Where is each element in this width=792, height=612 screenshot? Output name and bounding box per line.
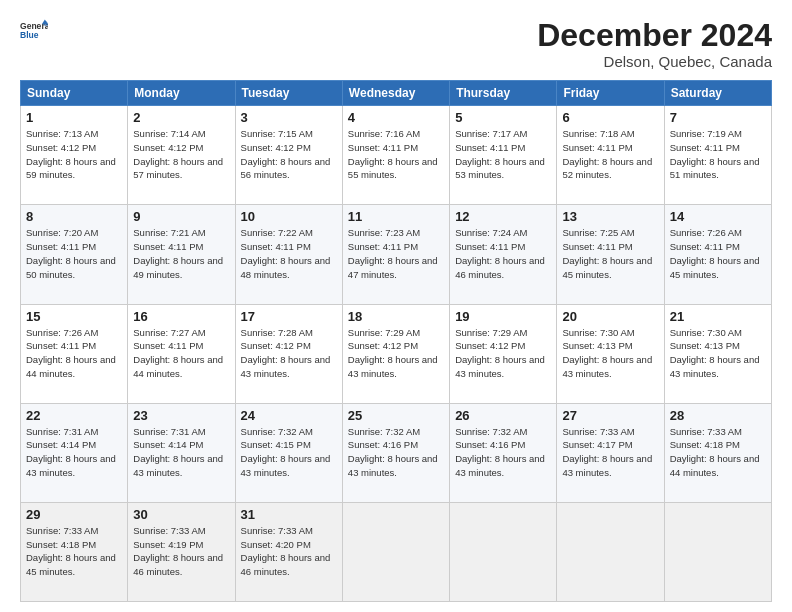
calendar-week-5: 29 Sunrise: 7:33 AM Sunset: 4:18 PM Dayl…: [21, 502, 772, 601]
calendar-cell: 6 Sunrise: 7:18 AM Sunset: 4:11 PM Dayli…: [557, 106, 664, 205]
subtitle: Delson, Quebec, Canada: [537, 53, 772, 70]
calendar-cell: 23 Sunrise: 7:31 AM Sunset: 4:14 PM Dayl…: [128, 403, 235, 502]
day-info: Sunrise: 7:29 AM Sunset: 4:12 PM Dayligh…: [455, 326, 551, 381]
calendar-cell: 1 Sunrise: 7:13 AM Sunset: 4:12 PM Dayli…: [21, 106, 128, 205]
day-number: 12: [455, 209, 551, 224]
day-info: Sunrise: 7:30 AM Sunset: 4:13 PM Dayligh…: [670, 326, 766, 381]
calendar-cell: 20 Sunrise: 7:30 AM Sunset: 4:13 PM Dayl…: [557, 304, 664, 403]
calendar-cell: 24 Sunrise: 7:32 AM Sunset: 4:15 PM Dayl…: [235, 403, 342, 502]
weekday-header-wednesday: Wednesday: [342, 81, 449, 106]
page: General Blue General Blue December 2024 …: [0, 0, 792, 612]
calendar-cell: 9 Sunrise: 7:21 AM Sunset: 4:11 PM Dayli…: [128, 205, 235, 304]
day-number: 31: [241, 507, 337, 522]
weekday-header-saturday: Saturday: [664, 81, 771, 106]
day-number: 15: [26, 309, 122, 324]
day-number: 22: [26, 408, 122, 423]
day-info: Sunrise: 7:13 AM Sunset: 4:12 PM Dayligh…: [26, 127, 122, 182]
day-number: 1: [26, 110, 122, 125]
day-info: Sunrise: 7:14 AM Sunset: 4:12 PM Dayligh…: [133, 127, 229, 182]
day-number: 7: [670, 110, 766, 125]
calendar-cell: 31 Sunrise: 7:33 AM Sunset: 4:20 PM Dayl…: [235, 502, 342, 601]
calendar-week-2: 8 Sunrise: 7:20 AM Sunset: 4:11 PM Dayli…: [21, 205, 772, 304]
day-number: 24: [241, 408, 337, 423]
day-info: Sunrise: 7:15 AM Sunset: 4:12 PM Dayligh…: [241, 127, 337, 182]
weekday-header-thursday: Thursday: [450, 81, 557, 106]
day-info: Sunrise: 7:33 AM Sunset: 4:18 PM Dayligh…: [670, 425, 766, 480]
day-number: 20: [562, 309, 658, 324]
day-number: 21: [670, 309, 766, 324]
calendar-cell: 22 Sunrise: 7:31 AM Sunset: 4:14 PM Dayl…: [21, 403, 128, 502]
calendar-cell: 16 Sunrise: 7:27 AM Sunset: 4:11 PM Dayl…: [128, 304, 235, 403]
day-number: 27: [562, 408, 658, 423]
calendar-week-4: 22 Sunrise: 7:31 AM Sunset: 4:14 PM Dayl…: [21, 403, 772, 502]
calendar-cell: 4 Sunrise: 7:16 AM Sunset: 4:11 PM Dayli…: [342, 106, 449, 205]
calendar-cell: [557, 502, 664, 601]
weekday-header-tuesday: Tuesday: [235, 81, 342, 106]
day-info: Sunrise: 7:26 AM Sunset: 4:11 PM Dayligh…: [670, 226, 766, 281]
day-number: 6: [562, 110, 658, 125]
calendar-week-1: 1 Sunrise: 7:13 AM Sunset: 4:12 PM Dayli…: [21, 106, 772, 205]
day-number: 2: [133, 110, 229, 125]
day-info: Sunrise: 7:27 AM Sunset: 4:11 PM Dayligh…: [133, 326, 229, 381]
day-info: Sunrise: 7:33 AM Sunset: 4:18 PM Dayligh…: [26, 524, 122, 579]
day-number: 16: [133, 309, 229, 324]
calendar-cell: [450, 502, 557, 601]
weekday-header-sunday: Sunday: [21, 81, 128, 106]
calendar-cell: 15 Sunrise: 7:26 AM Sunset: 4:11 PM Dayl…: [21, 304, 128, 403]
day-info: Sunrise: 7:24 AM Sunset: 4:11 PM Dayligh…: [455, 226, 551, 281]
day-info: Sunrise: 7:17 AM Sunset: 4:11 PM Dayligh…: [455, 127, 551, 182]
logo-icon: General Blue: [20, 18, 48, 46]
day-info: Sunrise: 7:18 AM Sunset: 4:11 PM Dayligh…: [562, 127, 658, 182]
day-number: 30: [133, 507, 229, 522]
day-info: Sunrise: 7:19 AM Sunset: 4:11 PM Dayligh…: [670, 127, 766, 182]
header: General Blue General Blue December 2024 …: [20, 18, 772, 70]
day-number: 5: [455, 110, 551, 125]
svg-text:Blue: Blue: [20, 30, 39, 40]
day-info: Sunrise: 7:32 AM Sunset: 4:15 PM Dayligh…: [241, 425, 337, 480]
day-number: 18: [348, 309, 444, 324]
calendar-cell: 3 Sunrise: 7:15 AM Sunset: 4:12 PM Dayli…: [235, 106, 342, 205]
day-info: Sunrise: 7:33 AM Sunset: 4:20 PM Dayligh…: [241, 524, 337, 579]
day-number: 23: [133, 408, 229, 423]
day-number: 13: [562, 209, 658, 224]
calendar-table: SundayMondayTuesdayWednesdayThursdayFrid…: [20, 80, 772, 602]
day-number: 4: [348, 110, 444, 125]
calendar-cell: 14 Sunrise: 7:26 AM Sunset: 4:11 PM Dayl…: [664, 205, 771, 304]
day-info: Sunrise: 7:30 AM Sunset: 4:13 PM Dayligh…: [562, 326, 658, 381]
day-info: Sunrise: 7:28 AM Sunset: 4:12 PM Dayligh…: [241, 326, 337, 381]
day-info: Sunrise: 7:31 AM Sunset: 4:14 PM Dayligh…: [133, 425, 229, 480]
day-info: Sunrise: 7:29 AM Sunset: 4:12 PM Dayligh…: [348, 326, 444, 381]
day-number: 29: [26, 507, 122, 522]
calendar-cell: 29 Sunrise: 7:33 AM Sunset: 4:18 PM Dayl…: [21, 502, 128, 601]
title-block: December 2024 Delson, Quebec, Canada: [537, 18, 772, 70]
day-number: 25: [348, 408, 444, 423]
calendar-cell: 17 Sunrise: 7:28 AM Sunset: 4:12 PM Dayl…: [235, 304, 342, 403]
calendar-cell: 30 Sunrise: 7:33 AM Sunset: 4:19 PM Dayl…: [128, 502, 235, 601]
calendar-cell: 8 Sunrise: 7:20 AM Sunset: 4:11 PM Dayli…: [21, 205, 128, 304]
calendar-week-3: 15 Sunrise: 7:26 AM Sunset: 4:11 PM Dayl…: [21, 304, 772, 403]
calendar-cell: 25 Sunrise: 7:32 AM Sunset: 4:16 PM Dayl…: [342, 403, 449, 502]
calendar-cell: 19 Sunrise: 7:29 AM Sunset: 4:12 PM Dayl…: [450, 304, 557, 403]
calendar-cell: 11 Sunrise: 7:23 AM Sunset: 4:11 PM Dayl…: [342, 205, 449, 304]
day-info: Sunrise: 7:22 AM Sunset: 4:11 PM Dayligh…: [241, 226, 337, 281]
calendar-cell: 27 Sunrise: 7:33 AM Sunset: 4:17 PM Dayl…: [557, 403, 664, 502]
main-title: December 2024: [537, 18, 772, 53]
calendar-cell: 21 Sunrise: 7:30 AM Sunset: 4:13 PM Dayl…: [664, 304, 771, 403]
day-number: 10: [241, 209, 337, 224]
day-number: 17: [241, 309, 337, 324]
day-number: 11: [348, 209, 444, 224]
calendar-cell: 7 Sunrise: 7:19 AM Sunset: 4:11 PM Dayli…: [664, 106, 771, 205]
day-info: Sunrise: 7:20 AM Sunset: 4:11 PM Dayligh…: [26, 226, 122, 281]
logo: General Blue General Blue: [20, 18, 48, 46]
calendar-cell: [664, 502, 771, 601]
weekday-header-friday: Friday: [557, 81, 664, 106]
day-info: Sunrise: 7:33 AM Sunset: 4:19 PM Dayligh…: [133, 524, 229, 579]
day-number: 26: [455, 408, 551, 423]
day-number: 14: [670, 209, 766, 224]
calendar-cell: 18 Sunrise: 7:29 AM Sunset: 4:12 PM Dayl…: [342, 304, 449, 403]
calendar-cell: 10 Sunrise: 7:22 AM Sunset: 4:11 PM Dayl…: [235, 205, 342, 304]
day-info: Sunrise: 7:32 AM Sunset: 4:16 PM Dayligh…: [348, 425, 444, 480]
day-number: 3: [241, 110, 337, 125]
calendar-cell: 28 Sunrise: 7:33 AM Sunset: 4:18 PM Dayl…: [664, 403, 771, 502]
day-number: 19: [455, 309, 551, 324]
